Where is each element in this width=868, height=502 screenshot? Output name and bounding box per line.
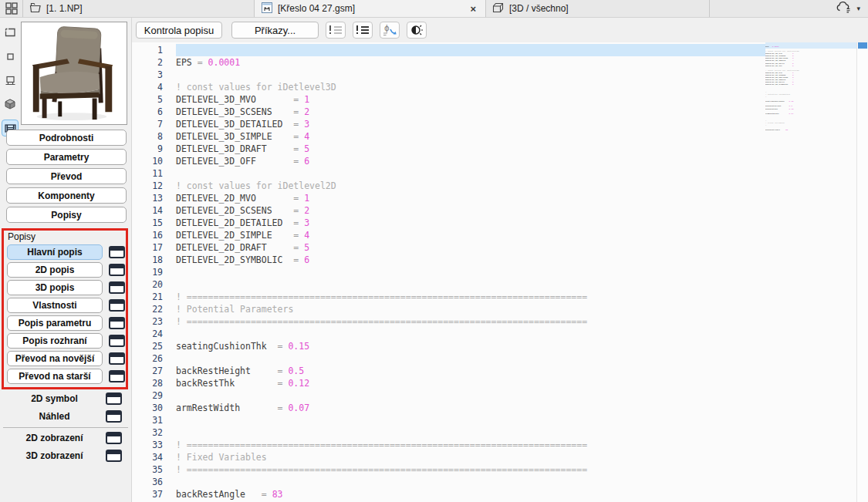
code-line[interactable]: 31 <box>143 414 765 426</box>
code-line[interactable]: 35! ====================================… <box>143 463 765 476</box>
line-number: 6 <box>143 106 176 118</box>
line-number: 10 <box>143 155 176 167</box>
cloud-library-icon <box>836 1 853 16</box>
open-in-window-icon[interactable] <box>109 281 125 294</box>
code-line[interactable]: 10DETLEVEL_3D_OFF = 6 <box>143 155 765 167</box>
minimap-lines: EPS = 0.0001! const values for iDetlevel… <box>765 42 856 131</box>
nav-button-parametry[interactable]: Parametry <box>6 149 127 165</box>
code-line[interactable]: 34! Fixed Variables <box>143 451 765 463</box>
tab-object-editor[interactable]: [Křeslo 04 27.gsm] × <box>255 0 486 17</box>
tab-floor-plan[interactable]: [1. 1.NP] <box>23 0 255 17</box>
minimap[interactable]: EPS = 0.0001! const values for iDetlevel… <box>765 42 856 502</box>
gdl-script-editor[interactable]: 12EPS = 0.000134! const values for iDetl… <box>132 42 868 502</box>
script-button-popis-rozhrani[interactable]: Popis rozhraní <box>7 333 103 349</box>
line-number: 9 <box>143 143 176 155</box>
code-line[interactable]: 33! ====================================… <box>143 439 765 451</box>
check-report-light-icon[interactable] <box>326 22 346 39</box>
code-line[interactable]: 16DETLEVEL_2D_SIMPLE = 4 <box>143 229 765 241</box>
script-button-hlavni-popis[interactable]: Hlavní popis <box>7 244 103 260</box>
open-in-window-icon[interactable] <box>109 264 125 276</box>
line-number: 1 <box>143 44 176 56</box>
code-line[interactable]: 36 <box>143 476 765 488</box>
3d-window-icon <box>492 2 505 16</box>
code-line[interactable]: 27backRestHeight = 0.5 <box>143 365 765 377</box>
object-preview[interactable] <box>21 22 127 125</box>
line-number: 29 <box>143 389 176 402</box>
nav-button-popisy[interactable]: Popisy <box>6 207 127 223</box>
code-lines[interactable]: 12EPS = 0.000134! const values for iDetl… <box>143 44 765 500</box>
script-button-2d-popis[interactable]: 2D popis <box>7 262 103 278</box>
open-in-window-icon[interactable] <box>109 370 125 382</box>
nav-button-prevod[interactable]: Převod <box>6 168 127 184</box>
tab-3d-window[interactable]: [3D / všechno] <box>486 0 710 17</box>
tile-windows-icon[interactable] <box>0 0 23 17</box>
chevron-down-icon: ▾ <box>856 5 860 12</box>
line-number: 20 <box>143 278 176 291</box>
commands-button[interactable]: Příkazy... <box>231 22 319 39</box>
code-line[interactable]: 11 <box>143 167 765 180</box>
scrollbar-thumb[interactable] <box>858 42 867 49</box>
open-in-window-icon[interactable] <box>109 335 125 347</box>
code-line[interactable]: 29 <box>143 389 765 402</box>
nav-button-komponenty[interactable]: Komponenty <box>6 187 127 204</box>
code-line[interactable]: 19 <box>143 266 765 278</box>
code-line[interactable]: 25seatingCushionThk = 0.15 <box>143 340 765 352</box>
code-line[interactable]: 30armRestWidth = 0.07 <box>143 402 765 414</box>
square-icon[interactable] <box>2 48 19 65</box>
contrast-icon[interactable] <box>407 22 427 39</box>
check-script-button[interactable]: Kontrola popisu <box>136 22 222 39</box>
symbol-fragment-icon[interactable] <box>2 24 19 41</box>
code-line[interactable]: 20 <box>143 278 765 291</box>
line-number: 27 <box>143 365 176 377</box>
open-in-window-icon[interactable] <box>106 432 122 444</box>
open-in-window-icon[interactable] <box>109 317 125 329</box>
ground-view-icon[interactable] <box>2 72 19 89</box>
open-in-window-icon[interactable] <box>106 410 122 423</box>
code-line[interactable]: 4! const values for iDetlevel3D <box>143 81 765 93</box>
quick-options-button[interactable]: ▾ <box>831 0 868 17</box>
script-button-3d-popis[interactable]: 3D popis <box>7 280 103 295</box>
code-line[interactable]: 23! ====================================… <box>143 315 765 328</box>
code-line[interactable]: 7DETLEVEL_3D_DETAILED = 3 <box>143 118 765 130</box>
code-line[interactable]: 22! Potential Parameters <box>143 303 765 315</box>
script-button-vlastnosti[interactable]: Vlastnosti <box>7 298 103 313</box>
code-line[interactable]: 24 <box>143 328 765 340</box>
code-line[interactable]: 18DETLEVEL_2D_SYMBOLIC = 6 <box>143 254 765 266</box>
code-line[interactable]: 21! ====================================… <box>143 291 765 303</box>
parameter-transfer-icon[interactable]: ϕ <box>380 22 400 39</box>
nav-button-podrobnosti[interactable]: Podrobnosti <box>6 130 127 146</box>
code-line[interactable]: 12! const values for iDetlevel2D <box>143 180 765 192</box>
open-in-window-icon[interactable] <box>109 352 125 365</box>
script-button-prevod-na-starsi[interactable]: Převod na starší <box>7 369 103 384</box>
code-line[interactable]: 5DETLEVEL_3D_MVO = 1 <box>143 93 765 106</box>
code-line[interactable]: 1 <box>143 44 765 56</box>
script-button-popis-parametru[interactable]: Popis parametru <box>7 315 103 331</box>
line-number: 34 <box>143 451 176 463</box>
code-line[interactable]: 13DETLEVEL_2D_MVO = 1 <box>143 192 765 204</box>
code-line[interactable]: 14DETLEVEL_2D_SCSENS = 2 <box>143 204 765 217</box>
code-line[interactable]: 8DETLEVEL_3D_SIMPLE = 4 <box>143 130 765 143</box>
code-line[interactable]: 32 <box>143 426 765 439</box>
open-in-window-icon[interactable] <box>106 450 122 462</box>
open-in-window-icon[interactable] <box>109 246 125 258</box>
line-number: 30 <box>143 402 176 414</box>
code-line[interactable]: 2EPS = 0.0001 <box>143 56 765 69</box>
close-icon[interactable]: × <box>467 3 479 15</box>
code-line[interactable]: 3 <box>143 69 765 81</box>
vertical-scrollbar[interactable] <box>856 42 868 502</box>
line-number: 12 <box>143 180 176 192</box>
code-line[interactable]: 17DETLEVEL_2D_DRAFT = 5 <box>143 241 765 254</box>
code-line[interactable]: 15DETLEVEL_2D_DETAILED = 3 <box>143 217 765 229</box>
open-in-window-icon[interactable] <box>109 299 125 312</box>
code-line[interactable]: 6DETLEVEL_3D_SCSENS = 2 <box>143 106 765 118</box>
code-line[interactable]: 9DETLEVEL_3D_DRAFT = 5 <box>143 143 765 155</box>
check-report-dark-icon[interactable] <box>353 22 373 39</box>
code-line[interactable]: 37backRestAngle = 83 <box>143 488 765 500</box>
cube-3d-icon[interactable] <box>2 96 19 113</box>
script-button-prevod-na-novejsi[interactable]: Převod na novější <box>7 351 103 366</box>
tabbar-spacer <box>710 0 831 17</box>
code-line[interactable]: 26 <box>143 352 765 365</box>
code-line[interactable]: 28backRestThk = 0.12 <box>143 377 765 389</box>
scripts-panel-title: Popisy <box>8 231 35 242</box>
open-in-window-icon[interactable] <box>106 393 122 405</box>
